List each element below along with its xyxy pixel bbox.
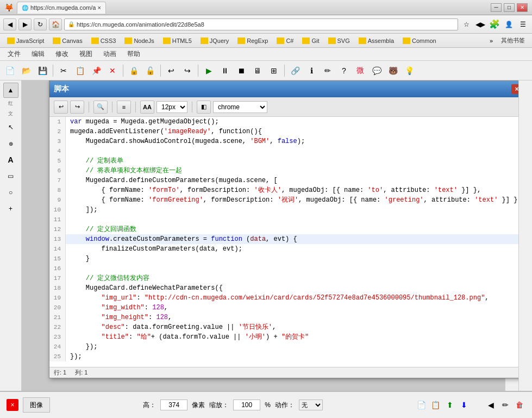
separator2 bbox=[112, 102, 112, 113]
extensions-button[interactable]: 🧩 bbox=[489, 18, 500, 30]
toolbar-open[interactable]: 📂 bbox=[18, 64, 34, 78]
code-line-2: 2 mugeda.addEventListener('imageReady', … bbox=[49, 127, 518, 136]
toolbar-new[interactable]: 📄 bbox=[2, 64, 17, 78]
bottom-icon-1[interactable]: 📄 bbox=[416, 399, 428, 411]
dialog-list[interactable]: ≡ bbox=[117, 101, 131, 114]
bottom-icon-4[interactable]: ⬇ bbox=[458, 399, 470, 411]
panel-rect[interactable]: ▭ bbox=[3, 169, 18, 184]
menu-help[interactable]: 帮助 bbox=[122, 48, 146, 60]
dialog-font-size-select[interactable]: 12px 14px 16px bbox=[157, 101, 187, 113]
bookmark-common[interactable]: Common bbox=[399, 35, 440, 46]
dialog-theme-select[interactable]: chrome monokai default bbox=[213, 101, 267, 113]
back-button[interactable]: ◀ bbox=[3, 18, 16, 30]
toolbar-info[interactable]: ℹ bbox=[304, 64, 319, 78]
browser-tab[interactable]: 🌐 https://cn.mugeda.com/a × bbox=[17, 2, 106, 14]
scale-input[interactable] bbox=[233, 400, 260, 410]
dialog-close-button[interactable]: × bbox=[511, 84, 518, 94]
panel-select[interactable]: ▲ bbox=[3, 83, 18, 98]
toolbar-screen[interactable]: 🖥 bbox=[250, 64, 265, 78]
folder-icon bbox=[91, 38, 99, 44]
code-editor[interactable]: 1 var mugeda = Mugeda.getMugedaObject();… bbox=[49, 117, 518, 367]
bookmark-star-button[interactable]: ☆ bbox=[460, 18, 472, 30]
toolbar-weibo[interactable]: 微 bbox=[353, 64, 368, 78]
bookmark-csharp[interactable]: C# bbox=[273, 35, 297, 46]
forward-button[interactable]: ▶ bbox=[18, 18, 32, 30]
folder-icon bbox=[359, 38, 366, 44]
toolbar-pause[interactable]: ⏸ bbox=[217, 64, 233, 78]
toolbar-play[interactable]: ▶ bbox=[201, 64, 216, 78]
bookmark-canvas[interactable]: Canvas bbox=[49, 35, 86, 46]
toolbar-cut[interactable]: ✂ bbox=[56, 64, 71, 78]
menu-edit[interactable]: 编辑 bbox=[26, 48, 50, 60]
toolbar-save[interactable]: 💾 bbox=[35, 64, 50, 78]
panel-text[interactable]: A bbox=[3, 152, 18, 167]
close-button[interactable]: ✕ bbox=[517, 3, 528, 12]
home-button[interactable]: 🏠 bbox=[49, 18, 62, 30]
menu-modify[interactable]: 修改 bbox=[50, 48, 74, 60]
toolbar-edit[interactable]: ✏ bbox=[320, 64, 335, 78]
dialog-theme-icon[interactable]: ◧ bbox=[197, 101, 211, 114]
panel-plus[interactable]: + bbox=[3, 201, 18, 216]
bottom-icon-2[interactable]: 📋 bbox=[430, 399, 442, 411]
bookmark-assembla[interactable]: Assembla bbox=[355, 35, 398, 46]
dialog-font-size-btn[interactable]: AA bbox=[140, 101, 154, 114]
bottom-nav-edit[interactable]: ✏ bbox=[499, 399, 511, 411]
menu-button[interactable]: ☰ bbox=[517, 18, 529, 30]
dialog-overlay: 脚本 × ↩ ↪ 🔍 ≡ AA 12px bbox=[22, 80, 518, 391]
action-select[interactable]: 无 播放 停止 bbox=[299, 400, 323, 410]
bookmark-git[interactable]: Git bbox=[298, 35, 323, 46]
code-line-13: 13 window.createCustomParameters = funct… bbox=[49, 234, 518, 244]
menu-animation[interactable]: 动画 bbox=[98, 48, 122, 60]
bookmark-svg[interactable]: SVG bbox=[324, 35, 354, 46]
dialog-redo[interactable]: ↪ bbox=[70, 101, 84, 114]
panel-arrow[interactable]: ↖ bbox=[3, 120, 18, 135]
dialog-undo[interactable]: ↩ bbox=[54, 101, 68, 114]
toolbar-extra1[interactable]: 🐻 bbox=[385, 64, 400, 78]
toolbar-delete[interactable]: ✕ bbox=[105, 64, 120, 78]
user-button[interactable]: 👤 bbox=[503, 18, 515, 30]
maximize-button[interactable]: □ bbox=[504, 3, 515, 12]
toolbar-paste[interactable]: 📌 bbox=[89, 64, 104, 78]
tab-title: https://cn.mugeda.com/a × bbox=[30, 4, 101, 11]
code-line-3: 3 MugedaCard.showAudioControl(mugeda.sce… bbox=[49, 136, 518, 146]
bookmark-javascript[interactable]: JavaScript bbox=[3, 35, 48, 46]
image-button[interactable]: 图像 bbox=[23, 397, 50, 413]
minimize-button[interactable]: ─ bbox=[491, 3, 502, 12]
toolbar-grid[interactable]: ⊞ bbox=[266, 64, 281, 78]
code-line-11: 11 bbox=[49, 215, 518, 224]
nav-extra-button[interactable]: ◀▶ bbox=[474, 18, 486, 30]
toolbar-share[interactable]: 🔗 bbox=[287, 64, 303, 78]
toolbar-stop[interactable]: ⏹ bbox=[234, 64, 249, 78]
left-panel: ▲ 红 文 ↖ ⊕ A ▭ ○ + bbox=[0, 80, 22, 391]
menu-file[interactable]: 文件 bbox=[2, 48, 26, 60]
toolbar-copy[interactable]: 📋 bbox=[72, 64, 87, 78]
bottom-nav-delete[interactable]: 🗑 bbox=[514, 399, 525, 411]
error-indicator[interactable]: × bbox=[7, 399, 18, 411]
code-line-6: 6 // 将表单项和文本框绑定在一起 bbox=[49, 166, 518, 176]
toolbar-wechat[interactable]: 💬 bbox=[369, 64, 384, 78]
toolbar-unlock[interactable]: 🔓 bbox=[142, 64, 158, 78]
dialog-search[interactable]: 🔍 bbox=[93, 101, 108, 114]
panel-circle[interactable]: ○ bbox=[3, 185, 18, 200]
bookmark-other[interactable]: 其他书签 bbox=[497, 35, 529, 46]
toolbar-undo[interactable]: ↩ bbox=[164, 64, 179, 78]
menu-bar: 文件 编辑 修改 视图 动画 帮助 bbox=[0, 48, 532, 61]
bookmark-jquery[interactable]: JQuery bbox=[197, 35, 233, 46]
toolbar-question[interactable]: ? bbox=[336, 64, 352, 78]
toolbar-lock[interactable]: 🔒 bbox=[126, 64, 141, 78]
bookmark-regexp[interactable]: RegExp bbox=[234, 35, 272, 46]
panel-move[interactable]: ⊕ bbox=[3, 136, 18, 151]
toolbar-bulb[interactable]: 💡 bbox=[402, 64, 417, 78]
bookmark-nodejs[interactable]: NodeJs bbox=[121, 35, 158, 46]
bookmarks-more-button[interactable]: » bbox=[486, 36, 496, 45]
menu-view[interactable]: 视图 bbox=[74, 48, 98, 60]
height-input[interactable] bbox=[160, 400, 187, 410]
bottom-nav-left[interactable]: ◀ bbox=[485, 399, 497, 411]
address-bar[interactable]: 🔒 https://cn.mugeda.com/animation/edit/2… bbox=[64, 18, 458, 30]
bottom-icon-3[interactable]: ⬆ bbox=[444, 399, 456, 411]
bookmark-css3[interactable]: CSS3 bbox=[87, 35, 120, 46]
reload-button[interactable]: ↻ bbox=[34, 18, 47, 30]
bookmark-html5[interactable]: HTML5 bbox=[159, 35, 196, 46]
code-line-20: 20 "img_width": 128, bbox=[49, 303, 518, 313]
toolbar-redo[interactable]: ↪ bbox=[180, 64, 195, 78]
